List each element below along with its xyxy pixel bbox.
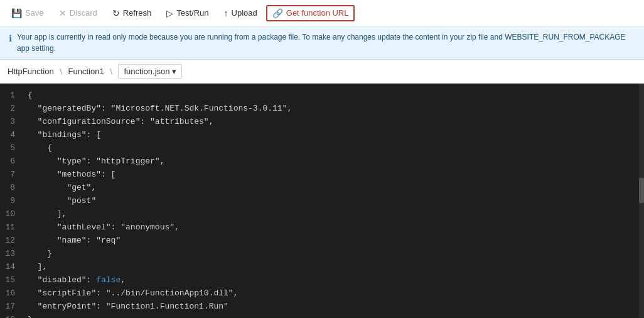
breadcrumb-sep2: \ xyxy=(108,67,115,76)
table-row: { xyxy=(28,89,639,102)
table-row: "methods": [ xyxy=(28,168,639,181)
refresh-icon: ↻ xyxy=(112,8,120,18)
code-content[interactable]: { "generatedBy": "Microsoft.NET.Sdk.Func… xyxy=(23,84,639,318)
toolbar: 💾 Save ✕ Discard ↻ Refresh ▷ Test/Run ↑ … xyxy=(0,0,644,26)
table-row: "name": "req" xyxy=(28,234,639,247)
info-banner: ℹ Your app is currently in read only mod… xyxy=(0,26,644,60)
upload-icon: ↑ xyxy=(224,8,228,18)
get-function-url-button[interactable]: 🔗 Get function URL xyxy=(266,5,355,21)
breadcrumb-part1: HttpFunction xyxy=(8,67,54,76)
breadcrumb-part2: Function1 xyxy=(68,67,104,76)
line-numbers: 123456789101112131415161718 xyxy=(0,84,23,318)
table-row: "type": "httpTrigger", xyxy=(28,155,639,168)
table-row: "entryPoint": "Function1.Function1.Run" xyxy=(28,300,639,313)
vertical-scrollbar[interactable] xyxy=(639,84,644,318)
discard-button[interactable]: ✕ Discard xyxy=(53,5,104,21)
table-row: } xyxy=(28,313,639,318)
info-icon: ℹ xyxy=(9,32,12,45)
code-editor: 123456789101112131415161718 { "generated… xyxy=(0,84,644,318)
info-banner-text: Your app is currently in read only mode … xyxy=(17,31,635,54)
upload-button[interactable]: ↑ Upload xyxy=(218,5,264,21)
testrun-icon: ▷ xyxy=(166,8,173,18)
file-dropdown[interactable]: function.json ▾ xyxy=(118,64,182,79)
table-row: "scriptFile": "../bin/FunctionApp10.dll"… xyxy=(28,287,639,300)
upload-label: Upload xyxy=(232,8,257,18)
save-button[interactable]: 💾 Save xyxy=(5,5,50,21)
table-row: "disabled": false, xyxy=(28,273,639,287)
table-row: { xyxy=(28,141,639,155)
testrun-label: Test/Run xyxy=(176,8,208,18)
table-row: "bindings": [ xyxy=(28,128,639,141)
save-icon: 💾 xyxy=(11,8,22,18)
chevron-down-icon: ▾ xyxy=(172,67,176,76)
testrun-button[interactable]: ▷ Test/Run xyxy=(160,5,215,21)
save-label: Save xyxy=(25,8,44,18)
table-row: "generatedBy": "Microsoft.NET.Sdk.Functi… xyxy=(28,102,639,115)
breadcrumb: HttpFunction \ Function1 \ function.json… xyxy=(0,60,644,84)
refresh-label: Refresh xyxy=(123,8,152,18)
table-row: ], xyxy=(28,260,639,273)
geturl-label: Get function URL xyxy=(286,8,349,18)
table-row: } xyxy=(28,247,639,260)
table-row: "authLevel": "anonymous", xyxy=(28,221,639,234)
table-row: ], xyxy=(28,207,639,221)
scrollbar-thumb[interactable] xyxy=(639,178,644,203)
breadcrumb-file: function.json xyxy=(124,67,169,76)
discard-label: Discard xyxy=(70,8,97,18)
table-row: "post" xyxy=(28,194,639,207)
table-row: "get", xyxy=(28,181,639,194)
link-icon: 🔗 xyxy=(272,8,283,18)
discard-icon: ✕ xyxy=(59,8,67,18)
table-row: "configurationSource": "attributes", xyxy=(28,115,639,128)
breadcrumb-sep1: \ xyxy=(58,67,65,76)
refresh-button[interactable]: ↻ Refresh xyxy=(106,5,158,21)
